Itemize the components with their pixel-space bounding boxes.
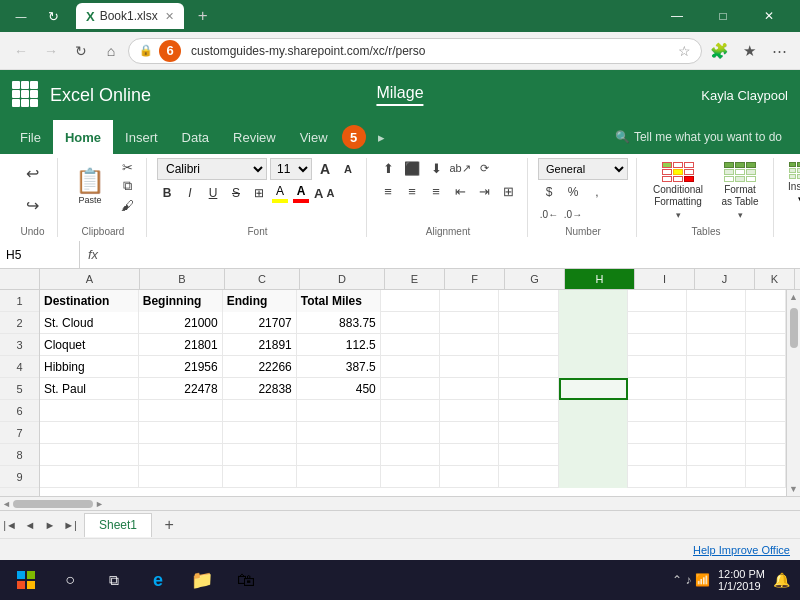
cell-K6[interactable] — [746, 400, 786, 422]
cell-B7[interactable] — [139, 422, 223, 444]
browser-settings-button[interactable]: ⋯ — [766, 38, 792, 64]
cell-F9[interactable] — [440, 466, 499, 488]
row-num-6[interactable]: 6 — [0, 400, 39, 422]
cell-A6[interactable] — [40, 400, 139, 422]
cell-G7[interactable] — [499, 422, 558, 444]
align-top-button[interactable]: ⬆ — [377, 158, 399, 178]
insert-cells-button[interactable]: Insert ▾ — [784, 158, 800, 208]
cell-H6[interactable] — [559, 400, 628, 422]
tell-me-box[interactable]: 🔍 Tell me what you want to do — [605, 126, 792, 148]
col-header-E[interactable]: E — [385, 269, 445, 289]
cell-A1[interactable]: Destination — [40, 290, 139, 312]
align-left-button[interactable]: ≡ — [377, 181, 399, 201]
strikethrough-button[interactable]: S — [226, 183, 246, 203]
cell-A3[interactable]: Cloquet — [40, 334, 139, 356]
comma-button[interactable]: , — [586, 182, 608, 202]
cell-G6[interactable] — [499, 400, 558, 422]
font-color-button[interactable]: A — [293, 184, 309, 203]
cell-A8[interactable] — [40, 444, 139, 466]
formula-input[interactable] — [106, 248, 800, 262]
cell-C4[interactable]: 22266 — [223, 356, 297, 378]
cell-I6[interactable] — [628, 400, 687, 422]
cell-H2[interactable] — [559, 312, 628, 334]
fill-color-button[interactable]: A — [272, 184, 288, 203]
tab-file[interactable]: File — [8, 120, 53, 154]
align-middle-button[interactable]: ⬛ — [401, 158, 423, 178]
cell-H3[interactable] — [559, 334, 628, 356]
cell-K1[interactable] — [746, 290, 786, 312]
cell-H8[interactable] — [559, 444, 628, 466]
cell-C5[interactable]: 22838 — [223, 378, 297, 400]
cell-D4[interactable]: 387.5 — [297, 356, 381, 378]
cell-E3[interactable] — [381, 334, 440, 356]
cell-J6[interactable] — [687, 400, 746, 422]
col-header-I[interactable]: I — [635, 269, 695, 289]
waffle-menu[interactable] — [12, 81, 40, 109]
cell-C1[interactable]: Ending — [223, 290, 297, 312]
cell-I4[interactable] — [628, 356, 687, 378]
reload-page-button[interactable]: ↻ — [68, 38, 94, 64]
cell-reference-box[interactable]: H5 — [0, 241, 80, 268]
cell-J3[interactable] — [687, 334, 746, 356]
merge-center-button[interactable]: ⊞ — [497, 181, 519, 201]
col-header-B[interactable]: B — [140, 269, 225, 289]
cell-F4[interactable] — [440, 356, 499, 378]
window-minimize-button[interactable]: — — [654, 0, 700, 32]
italic-button[interactable]: I — [180, 183, 200, 203]
tab-view[interactable]: View — [288, 120, 340, 154]
bold-button[interactable]: B — [157, 183, 177, 203]
cell-I8[interactable] — [628, 444, 687, 466]
cell-K2[interactable] — [746, 312, 786, 334]
search-button[interactable]: ○ — [48, 562, 92, 598]
cell-K4[interactable] — [746, 356, 786, 378]
cell-B6[interactable] — [139, 400, 223, 422]
increase-decimal-button[interactable]: .0← — [538, 204, 560, 224]
cell-F5[interactable] — [440, 378, 499, 400]
back-button[interactable]: ← — [8, 38, 34, 64]
undo-button[interactable]: ↩ — [18, 158, 48, 188]
cell-G1[interactable] — [499, 290, 558, 312]
tab-more[interactable]: ▸ — [366, 120, 397, 154]
cell-I5[interactable] — [628, 378, 687, 400]
redo-button[interactable]: ↪ — [18, 190, 48, 220]
horizontal-scrollbar[interactable]: ◄ ► — [0, 496, 800, 510]
vertical-scrollbar[interactable]: ▲ ▼ — [786, 290, 800, 496]
col-header-J[interactable]: J — [695, 269, 755, 289]
tab-insert[interactable]: Insert — [113, 120, 170, 154]
col-header-D[interactable]: D — [300, 269, 385, 289]
cell-A5[interactable]: St. Paul — [40, 378, 139, 400]
cell-E5[interactable] — [381, 378, 440, 400]
minimize-button[interactable]: — — [8, 3, 34, 29]
cell-J7[interactable] — [687, 422, 746, 444]
row-num-7[interactable]: 7 — [0, 422, 39, 444]
cell-B4[interactable]: 21956 — [139, 356, 223, 378]
accounting-format-button[interactable]: $ — [538, 182, 560, 202]
store-button[interactable]: 🛍 — [224, 562, 268, 598]
cell-F2[interactable] — [440, 312, 499, 334]
cell-H7[interactable] — [559, 422, 628, 444]
percent-button[interactable]: % — [562, 182, 584, 202]
cell-J8[interactable] — [687, 444, 746, 466]
increase-indent-button[interactable]: ⇥ — [473, 181, 495, 201]
col-header-H[interactable]: H — [565, 269, 635, 289]
cell-D6[interactable] — [297, 400, 381, 422]
window-restore-button[interactable]: □ — [700, 0, 746, 32]
next-sheet-button[interactable]: ► — [40, 515, 60, 535]
cell-B1[interactable]: Beginning — [139, 290, 223, 312]
last-sheet-button[interactable]: ►| — [60, 515, 80, 535]
cell-F7[interactable] — [440, 422, 499, 444]
cell-D7[interactable] — [297, 422, 381, 444]
cut-button[interactable]: ✂ — [116, 158, 138, 176]
cell-H4[interactable] — [559, 356, 628, 378]
decrease-font-button[interactable]: A — [338, 159, 358, 179]
number-format-select[interactable]: General — [538, 158, 628, 180]
orientation-button[interactable]: ab↗ — [449, 158, 471, 178]
sheet-tab-sheet1[interactable]: Sheet1 — [84, 513, 152, 537]
cell-K8[interactable] — [746, 444, 786, 466]
decrease-indent-button[interactable]: ⇤ — [449, 181, 471, 201]
cell-D2[interactable]: 883.75 — [297, 312, 381, 334]
cell-F3[interactable] — [440, 334, 499, 356]
cell-C3[interactable]: 21891 — [223, 334, 297, 356]
cell-E1[interactable] — [381, 290, 440, 312]
underline-button[interactable]: U — [203, 183, 223, 203]
